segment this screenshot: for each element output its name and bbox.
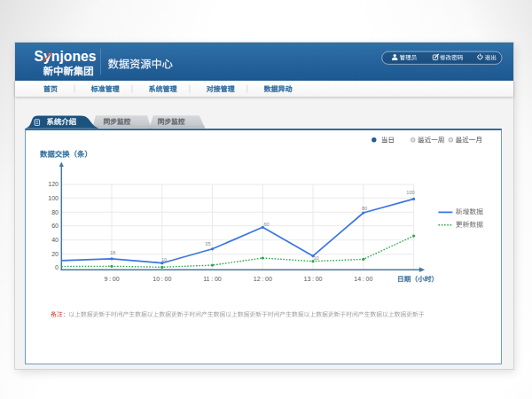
svg-text:10: 10	[161, 257, 167, 262]
svg-text:10 : 00: 10 : 00	[153, 276, 171, 282]
svg-text:10: 10	[313, 255, 318, 261]
svg-text:120: 120	[48, 181, 59, 187]
svg-text:0: 0	[55, 264, 59, 270]
svg-text:11 : 00: 11 : 00	[203, 276, 222, 282]
svg-text:Synjones: Synjones	[35, 49, 97, 64]
svg-text:80: 80	[51, 209, 59, 215]
svg-text:60: 60	[263, 222, 269, 227]
svg-text:100: 100	[406, 190, 414, 195]
svg-text:12 : 00: 12 : 00	[254, 276, 272, 282]
svg-text:20: 20	[51, 251, 59, 257]
svg-text:40: 40	[51, 237, 59, 243]
svg-text:13 : 00: 13 : 00	[303, 276, 322, 282]
svg-text:100: 100	[48, 195, 59, 201]
svg-text:18: 18	[110, 250, 115, 255]
svg-text:60: 60	[51, 223, 59, 229]
svg-text:80: 80	[362, 206, 367, 211]
svg-text:9 : 00: 9 : 00	[104, 276, 119, 282]
svg-text:35: 35	[205, 241, 210, 246]
svg-text:14 : 00: 14 : 00	[354, 276, 372, 282]
